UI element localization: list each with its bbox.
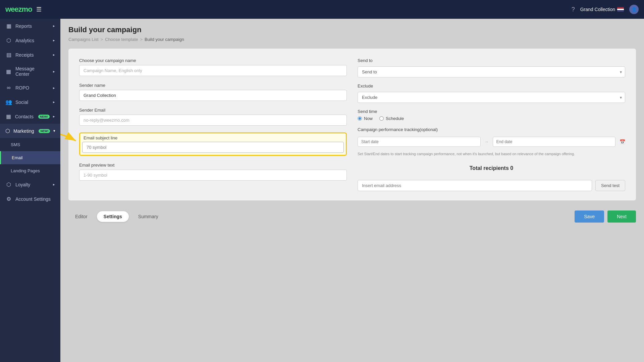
campaign-card: Choose your campaign name Sender name Se… [68,49,636,200]
next-button[interactable]: Next [607,210,636,223]
email-subject-label: Email subject line [82,135,344,140]
sidebar-item-social[interactable]: 👥 Social ▸ [0,95,60,109]
tab-editor[interactable]: Editor [68,211,94,222]
chevron-reports: ▸ [53,24,55,28]
breadcrumb-campaigns-list[interactable]: Campaigns List [68,37,99,42]
tab-settings[interactable]: Settings [97,211,129,222]
calendar-icon[interactable]: 📅 [620,139,625,144]
chevron-ropo: ▸ [53,86,55,90]
send-to-select[interactable]: Send to [358,66,625,77]
avatar[interactable]: 👤 [629,5,639,14]
perf-description: Set Start/End dates to start tracking ca… [358,152,625,157]
send-test-button[interactable]: Send test [595,180,625,191]
chevron-message-center: ▸ [53,69,55,74]
marketing-badge: NEW! [39,129,50,133]
help-icon[interactable]: ? [572,6,575,13]
analytics-icon: ⬡ [5,37,12,44]
radio-now[interactable] [358,116,362,121]
chevron-analytics: ▸ [53,38,55,43]
end-date-input[interactable] [493,137,616,147]
contacts-badge: NEW! [38,115,50,119]
exclude-select-wrapper: Exclude [358,92,625,103]
breadcrumb-choose-template[interactable]: Choose template [105,37,138,42]
exclude-label: Exclude [358,83,625,88]
page-title: Build your campaign [68,25,636,34]
start-date-input[interactable] [358,137,481,147]
navbar: weezmo ☰ ? Grand Collection 👤 [0,0,644,19]
account-settings-icon: ⚙ [5,196,12,202]
sidebar-item-reports[interactable]: ▦ Reports ▸ [0,19,60,33]
send-time-label: Send time [358,109,625,114]
breadcrumb-build-campaign: Build your campaign [145,37,184,42]
send-to-group: Send to Send to [358,58,625,77]
chevron-marketing: ▾ [53,129,55,133]
form-section: Choose your campaign name Sender name Se… [79,58,347,191]
email-preview-label: Email preview text [79,163,347,168]
chevron-receipts: ▸ [53,53,55,57]
sidebar-item-ropo[interactable]: ∞ ROPO ▸ [0,81,60,95]
navbar-right: ? Grand Collection 👤 [572,5,639,14]
flag-icon [617,7,624,12]
chevron-social: ▸ [53,100,55,104]
campaign-name-input[interactable] [79,65,347,76]
sender-email-group: Sender Email [79,108,347,126]
logo: weezmo [5,5,32,14]
btn-group: Save Next [575,210,636,223]
tab-summary[interactable]: Summary [131,211,165,222]
right-panel: Send to Send to Exclude Exclude Send tim… [358,58,625,191]
marketing-icon: ⬡ [5,128,10,134]
breadcrumb: Campaigns List > Choose template > Build… [68,37,636,42]
save-button[interactable]: Save [575,210,604,223]
sender-email-label: Sender Email [79,108,347,113]
exclude-select[interactable]: Exclude [358,92,625,103]
date-row: → 📅 [358,137,625,147]
email-subject-wrapper: Email subject line [79,132,347,156]
sender-email-input[interactable] [79,115,347,126]
sidebar-item-email[interactable]: Email [0,151,60,164]
total-recipients: Total recipients 0 [358,165,625,171]
main-content: Build your campaign Campaigns List > Cho… [60,19,644,362]
send-test-input[interactable] [358,180,592,191]
tab-group: Editor Settings Summary [68,211,165,222]
sidebar-item-sms[interactable]: SMS [0,138,60,151]
sidebar-item-account-settings[interactable]: ⚙ Account Settings [0,192,60,206]
send-to-select-wrapper: Send to [358,66,625,77]
sidebar-item-landing-pages[interactable]: Landing Pages [0,164,60,177]
radio-schedule-label[interactable]: Schedule [379,116,404,121]
email-subject-input[interactable] [82,142,344,153]
menu-icon[interactable]: ☰ [36,6,42,13]
social-icon: 👥 [5,99,12,105]
send-time-section: Send time Now Schedule [358,109,625,121]
chevron-loyalty: ▸ [53,182,55,187]
bottom-bar: Editor Settings Summary Save Next [68,207,636,226]
sender-name-input[interactable] [79,90,347,101]
sender-name-group: Sender name [79,83,347,101]
collection-name: Grand Collection [580,7,624,12]
date-separator: → [485,139,489,144]
campaign-name-label: Choose your campaign name [79,58,347,63]
radio-schedule[interactable] [379,116,384,121]
radio-now-label[interactable]: Now [358,116,373,121]
reports-icon: ▦ [5,23,12,29]
sidebar-item-marketing[interactable]: ⬡ Marketing NEW! ▾ [0,124,60,138]
sidebar-item-message-center[interactable]: ▦ Message Center ▸ [0,62,60,81]
sidebar: ▦ Reports ▸ ⬡ Analytics ▸ ▤ Receipts ▸ ▦… [0,19,60,362]
send-to-label: Send to [358,58,625,63]
receipts-icon: ▤ [5,52,12,58]
sidebar-item-contacts[interactable]: ▦ Contacts NEW! ▸ [0,109,60,124]
message-center-icon: ▦ [5,68,12,75]
perf-tracking-group: Campaign performance tracking(optional) … [358,127,625,157]
radio-group: Now Schedule [358,116,625,121]
perf-tracking-label: Campaign performance tracking(optional) [358,127,625,132]
campaign-name-group: Choose your campaign name [79,58,347,76]
contacts-icon: ▦ [5,113,12,120]
sidebar-item-receipts[interactable]: ▤ Receipts ▸ [0,48,60,62]
email-subject-container: Email subject line [79,132,347,156]
sidebar-item-loyalty[interactable]: ⬡ Loyalty ▸ [0,177,60,192]
email-preview-input[interactable] [79,170,347,181]
chevron-contacts: ▸ [53,114,55,119]
exclude-group: Exclude Exclude [358,83,625,103]
sender-name-label: Sender name [79,83,347,88]
email-preview-group: Email preview text [79,163,347,181]
sidebar-item-analytics[interactable]: ⬡ Analytics ▸ [0,33,60,48]
